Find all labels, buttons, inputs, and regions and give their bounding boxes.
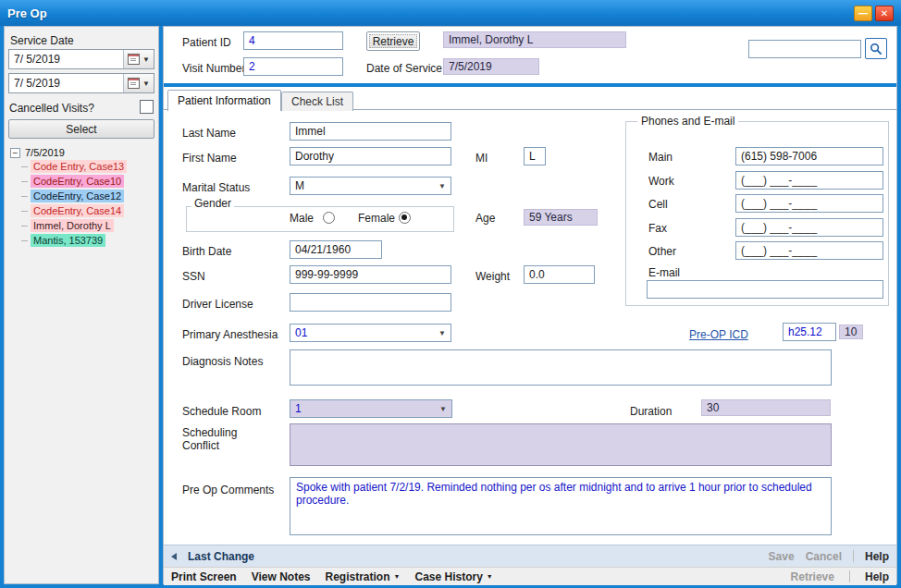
patient-id-value: 4 <box>249 34 255 47</box>
retrieve-disabled-button[interactable]: Retrieve <box>791 570 834 583</box>
mi-input[interactable]: L <box>524 147 546 165</box>
gender-group <box>186 206 454 232</box>
tab-label: Check List <box>291 95 343 108</box>
view-notes-button[interactable]: View Notes <box>252 570 311 583</box>
sidebar: Service Date 7/ 5/2019 ▼ 7/ 5/2019 ▼ Can… <box>4 26 159 584</box>
patient-id-input[interactable]: 4 <box>243 31 343 50</box>
select-button[interactable]: Select <box>8 119 154 139</box>
schedule-room-label: Schedule Room <box>182 405 261 418</box>
cancel-button[interactable]: Cancel <box>806 550 842 563</box>
tree-item-patient[interactable]: Immel, Dorothy L <box>21 219 114 232</box>
service-date-from-dropdown[interactable]: ▼ <box>123 50 154 68</box>
select-button-label: Select <box>66 123 96 136</box>
tree-item-label: Immel, Dorothy L <box>31 219 114 232</box>
close-icon[interactable]: ✕ <box>875 6 894 21</box>
tree-item-patient[interactable]: Mantis, 153739 <box>21 234 105 247</box>
diagnosis-notes-textarea[interactable] <box>290 349 832 386</box>
duration-label: Duration <box>630 405 672 418</box>
collapse-left-icon[interactable] <box>171 553 177 560</box>
chevron-down-icon: ▼ <box>435 182 446 190</box>
first-name-label: First Name <box>182 152 237 165</box>
weight-input[interactable]: 0.0 <box>524 265 595 284</box>
titlebar: Pre Op — ✕ <box>0 0 901 26</box>
age-label: Age <box>475 212 495 225</box>
tree-branch-line <box>21 226 28 227</box>
phone-other-input[interactable]: (___) ___-____ <box>735 241 883 260</box>
phone-main-input[interactable]: (615) 598-7006 <box>735 147 883 165</box>
date-of-service-label: Date of Service <box>366 62 442 75</box>
retrieve-button-label: Retrieve <box>373 35 414 48</box>
chevron-down-icon: ▼ <box>142 55 150 64</box>
tree-item-case[interactable]: Code Entry, Case13 <box>21 160 127 173</box>
pre-op-icd-link[interactable]: Pre-OP ICD <box>689 328 748 341</box>
blue-separator <box>164 83 896 87</box>
last-name-input[interactable]: Immel <box>290 122 451 141</box>
email-label: E-mail <box>648 266 680 279</box>
phone-work-label: Work <box>648 175 674 188</box>
registration-menu[interactable]: Registration ▼ <box>326 570 401 583</box>
phone-cell-input[interactable]: (___) ___-____ <box>735 194 883 213</box>
pre-op-icd-input[interactable]: h25.12 <box>783 323 836 341</box>
bottom-menu-bar: Print Screen View Notes Registration ▼ C… <box>164 567 896 585</box>
phones-email-legend: Phones and E-mail <box>637 115 738 128</box>
birth-date-input[interactable]: 04/21/1960 <box>290 240 382 259</box>
tree-branch-line <box>21 196 28 197</box>
weight-label: Weight <box>475 270 510 283</box>
registration-label: Registration <box>326 570 390 583</box>
tab-label: Patient Information <box>178 94 271 107</box>
gender-label: Gender <box>191 197 234 210</box>
help-button[interactable]: Help <box>865 550 889 563</box>
last-change-label[interactable]: Last Change <box>188 550 254 563</box>
service-date-to-value: 7/ 5/2019 <box>14 77 60 90</box>
cancelled-visits-checkbox[interactable] <box>140 100 154 114</box>
calendar-icon <box>128 54 140 65</box>
driver-license-input[interactable] <box>290 293 451 312</box>
save-button[interactable]: Save <box>769 550 795 563</box>
phone-work-input[interactable]: (___) ___-____ <box>735 171 883 190</box>
tree-root-date[interactable]: 7/5/2019 <box>25 147 65 158</box>
email-input[interactable] <box>647 280 883 299</box>
male-radio[interactable] <box>323 212 335 224</box>
visit-number-input[interactable]: 2 <box>243 57 343 76</box>
search-input[interactable] <box>748 40 861 58</box>
chevron-down-icon: ▼ <box>435 329 446 337</box>
minimize-icon[interactable]: — <box>854 6 872 21</box>
pre-op-comments-textarea[interactable]: Spoke with patient 7/2/19. Reminded noth… <box>290 477 832 535</box>
visit-number-value: 2 <box>249 60 255 73</box>
diagnosis-notes-label: Diagnosis Notes <box>182 355 263 368</box>
phone-cell-label: Cell <box>648 198 668 211</box>
case-history-menu[interactable]: Case History ▼ <box>414 570 492 583</box>
phone-main-label: Main <box>648 151 673 164</box>
ssn-input[interactable]: 999-99-9999 <box>290 265 451 284</box>
primary-anesthesia-select[interactable]: 01 ▼ <box>290 324 451 342</box>
service-date-from-picker[interactable]: 7/ 5/2019 ▼ <box>8 49 154 69</box>
marital-status-select[interactable]: M ▼ <box>290 177 451 195</box>
female-label: Female <box>358 212 395 225</box>
print-screen-button[interactable]: Print Screen <box>171 570 237 583</box>
view-notes-label: View Notes <box>252 570 311 583</box>
help-menu-button[interactable]: Help <box>865 570 889 583</box>
phone-other-label: Other <box>648 245 676 258</box>
service-date-to-picker[interactable]: 7/ 5/2019 ▼ <box>8 73 154 93</box>
cancelled-visits-label: Cancelled Visits? <box>9 102 94 115</box>
phone-fax-input[interactable]: (___) ___-____ <box>735 218 883 237</box>
mi-label: MI <box>475 152 488 165</box>
tree-item-case[interactable]: CodeEntry, Case10 <box>21 175 124 188</box>
tab-patient-information[interactable]: Patient Information <box>167 90 281 111</box>
retrieve-button[interactable]: Retrieve <box>366 31 420 51</box>
first-name-input[interactable]: Dorothy <box>290 147 451 165</box>
age-display: 59 Years <box>524 209 598 226</box>
schedule-room-select[interactable]: 1 ▼ <box>290 399 452 418</box>
visit-number-label: Visit Number <box>182 62 245 75</box>
scheduling-conflict-display <box>290 423 832 466</box>
date-of-service-display: 7/5/2019 <box>443 58 539 75</box>
tree-item-case[interactable]: CodeEntry, Case14 <box>21 204 124 217</box>
search-button[interactable] <box>865 38 887 59</box>
service-date-to-dropdown[interactable]: ▼ <box>123 74 154 92</box>
female-radio[interactable] <box>399 212 411 224</box>
tree-item-label: CodeEntry, Case12 <box>31 190 124 202</box>
chevron-down-icon: ▼ <box>142 80 150 88</box>
tree-item-case-selected[interactable]: CodeEntry, Case12 <box>21 190 124 202</box>
tab-check-list[interactable]: Check List <box>281 92 353 111</box>
tree-expander[interactable]: − <box>10 148 20 158</box>
